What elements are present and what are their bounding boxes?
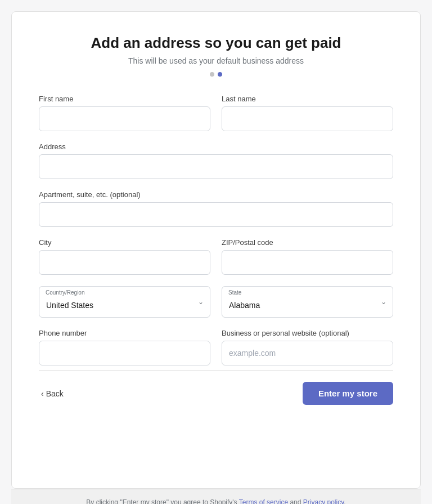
city-label: City: [39, 238, 210, 247]
terms-text-after: .: [344, 498, 345, 504]
zip-label: ZIP/Postal code: [222, 238, 393, 247]
last-name-label: Last name: [222, 95, 393, 103]
terms-text-middle: and: [288, 498, 303, 504]
first-name-label: First name: [39, 95, 210, 103]
step-dot-2: [218, 72, 222, 77]
zip-input[interactable]: [222, 250, 393, 275]
main-card: Add an address so you can get paid This …: [11, 11, 421, 489]
phone-input[interactable]: [39, 341, 210, 365]
back-button[interactable]: ‹ Back: [39, 385, 66, 403]
phone-label: Phone number: [39, 329, 210, 337]
country-group: Country/Region United States Canada Unit…: [39, 286, 210, 318]
website-input[interactable]: [222, 341, 393, 365]
address-group: Address: [39, 142, 393, 179]
terms-footer: By clicking "Enter my store" you agree t…: [11, 489, 421, 504]
state-select-wrapper: State Alabama Alaska Arizona California …: [222, 286, 393, 318]
address-form: First name Last name Address Apartment, …: [39, 95, 393, 365]
country-state-row: Country/Region United States Canada Unit…: [39, 286, 393, 318]
city-input[interactable]: [39, 250, 210, 275]
state-select[interactable]: Alabama Alaska Arizona California Colora…: [222, 286, 393, 318]
website-group: Business or personal website (optional): [222, 329, 393, 365]
website-label: Business or personal website (optional): [222, 329, 393, 337]
city-group: City: [39, 238, 210, 275]
footer-bar: ‹ Back Enter my store: [39, 370, 393, 414]
zip-group: ZIP/Postal code: [222, 238, 393, 275]
state-group: State Alabama Alaska Arizona California …: [222, 286, 393, 318]
enter-store-button[interactable]: Enter my store: [303, 382, 393, 405]
terms-of-service-link[interactable]: Terms of service: [239, 498, 288, 504]
page-title: Add an address so you can get paid: [39, 34, 393, 52]
page-wrapper: Add an address so you can get paid This …: [11, 11, 421, 504]
phone-website-row: Phone number Business or personal websit…: [39, 329, 393, 365]
first-name-input[interactable]: [39, 106, 210, 131]
back-label: Back: [46, 389, 64, 398]
apartment-label: Apartment, suite, etc. (optional): [39, 190, 393, 199]
country-select[interactable]: United States Canada United Kingdom: [39, 286, 210, 318]
terms-text-before: By clicking "Enter my store" you agree t…: [86, 498, 238, 504]
page-subtitle: This will be used as your default busine…: [39, 56, 393, 65]
back-chevron-icon: ‹: [41, 389, 44, 398]
phone-group: Phone number: [39, 329, 210, 365]
country-select-wrapper: Country/Region United States Canada Unit…: [39, 286, 210, 318]
last-name-group: Last name: [222, 95, 393, 131]
city-zip-row: City ZIP/Postal code: [39, 238, 393, 275]
address-input[interactable]: [39, 154, 393, 179]
apartment-group: Apartment, suite, etc. (optional): [39, 190, 393, 227]
step-dots: [39, 72, 393, 77]
header-section: Add an address so you can get paid This …: [39, 34, 393, 77]
enter-store-label: Enter my store: [318, 389, 377, 398]
name-row: First name Last name: [39, 95, 393, 131]
step-dot-1: [210, 72, 214, 77]
privacy-policy-link[interactable]: Privacy policy: [303, 498, 344, 504]
address-label: Address: [39, 142, 393, 151]
last-name-input[interactable]: [222, 106, 393, 131]
apartment-input[interactable]: [39, 202, 393, 227]
first-name-group: First name: [39, 95, 210, 131]
